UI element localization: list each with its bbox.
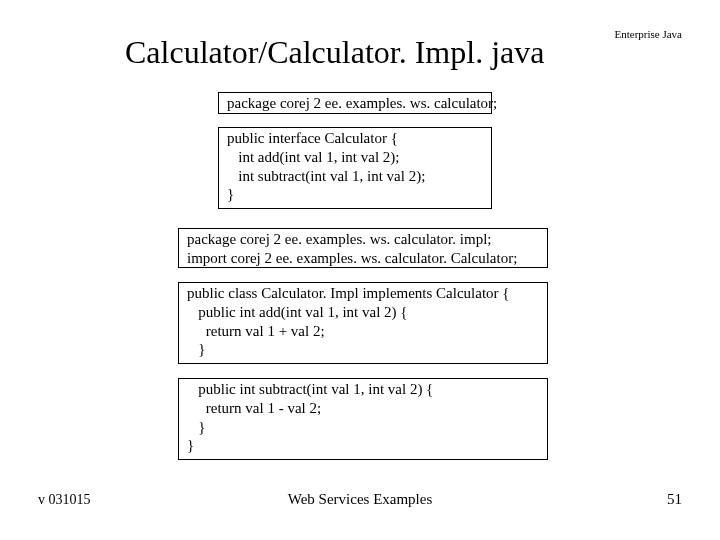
slide-title: Calculator/Calculator. Impl. java	[125, 34, 544, 71]
code-block-package-impl: package corej 2 ee. examples. ws. calcul…	[178, 228, 548, 268]
header-label: Enterprise Java	[615, 28, 683, 40]
footer-page-number: 51	[667, 491, 682, 508]
code-block-impl-add: public class Calculator. Impl implements…	[178, 282, 548, 364]
footer-title: Web Services Examples	[0, 491, 720, 508]
code-block-interface: public interface Calculator { int add(in…	[218, 127, 492, 209]
code-block-package-interface: package corej 2 ee. examples. ws. calcul…	[218, 92, 492, 114]
code-block-impl-subtract: public int subtract(int val 1, int val 2…	[178, 378, 548, 460]
